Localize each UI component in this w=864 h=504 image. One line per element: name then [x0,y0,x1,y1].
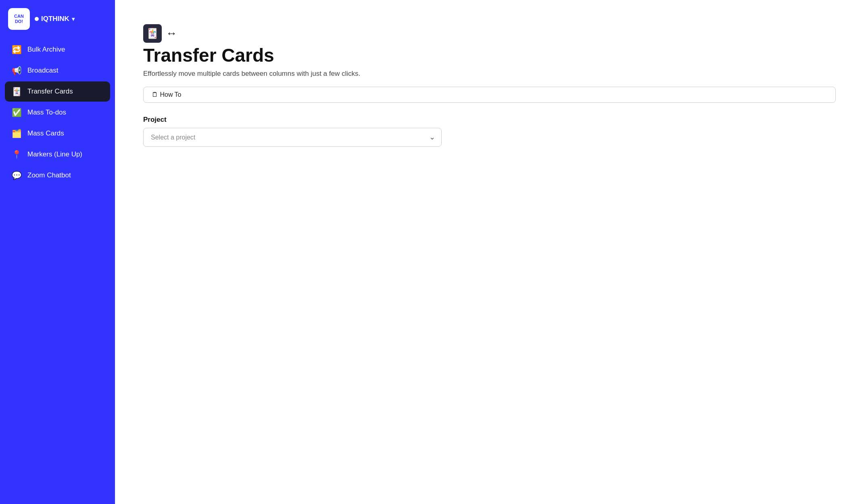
markers-icon: 📍 [11,150,22,159]
sidebar-item-label: Broadcast [27,67,58,75]
sidebar-item-label: Bulk Archive [27,46,65,54]
org-name: IQTHINK [41,15,69,23]
sidebar-nav: 🔁 Bulk Archive 📢 Broadcast 🃏 Transfer Ca… [0,40,115,185]
broadcast-icon: 📢 [11,66,22,75]
sidebar-item-transfer-cards[interactable]: 🃏 Transfer Cards [5,81,110,102]
sidebar-item-zoom-chatbot[interactable]: 💬 Zoom Chatbot [5,165,110,185]
sidebar: CANDO! IQTHINK ▾ 🔁 Bulk Archive 📢 Broadc… [0,0,115,504]
sidebar-header: CANDO! IQTHINK ▾ [0,0,115,40]
page-title: Transfer Cards [143,45,836,66]
sidebar-item-label: Mass Cards [27,129,64,137]
mass-cards-icon: 🗂️ [11,129,22,138]
header-icon-row: 🃏 ↔ [143,24,836,43]
card-emoji-icon: 🃏 [146,28,159,39]
transfer-cards-icon: 🃏 [11,87,22,96]
sidebar-item-label: Markers (Line Up) [27,150,82,158]
project-select[interactable]: Select a project [143,128,442,147]
sidebar-item-label: Transfer Cards [27,87,73,96]
org-selector[interactable]: IQTHINK ▾ [35,15,75,23]
sidebar-item-broadcast[interactable]: 📢 Broadcast [5,60,110,81]
page-header: 🃏 ↔ Transfer Cards Effortlessly move mul… [143,24,836,103]
mass-todos-icon: ✅ [11,108,22,117]
main-content: 🃏 ↔ Transfer Cards Effortlessly move mul… [115,0,864,504]
app-logo: CANDO! [8,8,30,30]
transfer-cards-page-icon: 🃏 [143,24,162,43]
sidebar-item-markers-lineup[interactable]: 📍 Markers (Line Up) [5,144,110,165]
zoom-chatbot-icon: 💬 [11,171,22,180]
sidebar-item-bulk-archive[interactable]: 🔁 Bulk Archive [5,40,110,60]
sidebar-item-label: Zoom Chatbot [27,171,71,179]
sidebar-item-mass-cards[interactable]: 🗂️ Mass Cards [5,123,110,144]
transfer-arrow-icon: ↔ [166,27,177,40]
bulk-archive-icon: 🔁 [11,45,22,54]
sidebar-item-mass-todos[interactable]: ✅ Mass To-dos [5,102,110,123]
project-select-wrapper: Select a project ⌄ [143,128,442,147]
how-to-button[interactable]: 🗒 How To [143,87,836,103]
org-status-dot [35,17,39,21]
page-subtitle: Effortlessly move multiple cards between… [143,70,836,78]
project-label: Project [143,116,836,124]
chevron-down-icon: ▾ [72,16,75,22]
sidebar-item-label: Mass To-dos [27,108,66,117]
